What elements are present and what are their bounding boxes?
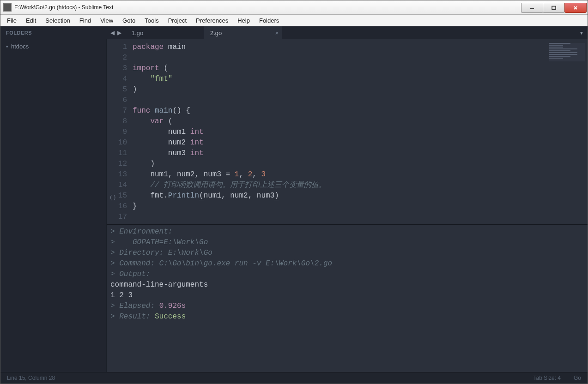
app-window: E:\Work\Go\2.go (htdocs) - Sublime Text … bbox=[0, 0, 588, 384]
output-line: > Environment: bbox=[110, 227, 584, 237]
line-number: 2 bbox=[107, 53, 127, 63]
line-number: 6 bbox=[107, 95, 127, 106]
tabs-container: 1.go2.go× bbox=[125, 26, 282, 39]
code-line: num1, num2, num3 = 1, 2, 3 bbox=[133, 169, 546, 180]
main-area: ▾ htdocs 1234567891011121314()151617 pac… bbox=[0, 39, 588, 372]
menu-project[interactable]: Project bbox=[164, 16, 191, 25]
menu-goto[interactable]: Goto bbox=[118, 16, 140, 25]
svg-rect-1 bbox=[552, 6, 556, 10]
output-line: > Elapsed: 0.926s bbox=[110, 301, 584, 312]
menu-preferences[interactable]: Preferences bbox=[191, 16, 233, 25]
sidebar: ▾ htdocs bbox=[0, 39, 107, 372]
menu-help[interactable]: Help bbox=[233, 16, 255, 25]
line-number: 8 bbox=[107, 116, 127, 127]
close-button[interactable] bbox=[564, 3, 587, 13]
folder-root-label: htdocs bbox=[11, 43, 29, 50]
minimap[interactable] bbox=[546, 39, 588, 224]
titlebar-left: E:\Work\Go\2.go (htdocs) - Sublime Text bbox=[0, 3, 113, 12]
code-line: fmt.Println(num1, num2, num3) bbox=[133, 191, 546, 201]
line-number: 7 bbox=[107, 106, 127, 116]
output-line: > GOPATH=E:\Work\Go bbox=[110, 237, 584, 248]
status-syntax[interactable]: Go bbox=[574, 375, 581, 381]
folder-root[interactable]: ▾ htdocs bbox=[0, 42, 106, 51]
window-buttons bbox=[521, 3, 587, 12]
line-number: 10 bbox=[107, 138, 127, 148]
editor-wrap: 1234567891011121314()151617 package main… bbox=[107, 39, 588, 372]
nav-back-icon[interactable]: ◀ bbox=[109, 29, 115, 37]
code-line: import ( bbox=[133, 63, 546, 74]
chevron-down-icon: ▾ bbox=[6, 44, 8, 49]
line-number: 11 bbox=[107, 148, 127, 159]
code-line: num3 int bbox=[133, 148, 546, 159]
menu-file[interactable]: File bbox=[2, 16, 21, 25]
code-line: "fmt" bbox=[133, 74, 546, 84]
code-line bbox=[133, 53, 546, 63]
output-line: > Command: C:\Go\bin\go.exe run -v E:\Wo… bbox=[110, 258, 584, 269]
maximize-icon bbox=[551, 6, 557, 10]
tab-label: 2.go bbox=[210, 30, 222, 36]
line-number: 3 bbox=[107, 63, 127, 74]
output-line: command-line-arguments bbox=[110, 280, 584, 290]
line-gutter: 1234567891011121314()151617 bbox=[107, 39, 133, 224]
tab-overflow-icon[interactable]: ▼ bbox=[579, 30, 584, 36]
sidebar-header: FOLDERS bbox=[0, 26, 107, 39]
maximize-button[interactable] bbox=[543, 3, 565, 13]
code-line bbox=[133, 95, 546, 106]
code-line: package main bbox=[133, 42, 546, 53]
tab-1-go[interactable]: 1.go bbox=[125, 26, 204, 39]
code-line: } bbox=[133, 201, 546, 212]
build-output-panel[interactable]: > Environment:> GOPATH=E:\Work\Go> Direc… bbox=[107, 224, 588, 372]
tabstrip: FOLDERS ◀ ▶ 1.go2.go× ▼ bbox=[0, 26, 588, 39]
app-icon bbox=[3, 3, 12, 12]
menu-find[interactable]: Find bbox=[75, 16, 96, 25]
window-title: E:\Work\Go\2.go (htdocs) - Sublime Text bbox=[14, 4, 113, 11]
menu-folders[interactable]: Folders bbox=[255, 16, 284, 25]
output-line: > Result: Success bbox=[110, 312, 584, 322]
line-number: 9 bbox=[107, 127, 127, 138]
line-number: 13 bbox=[107, 169, 127, 180]
tab-2-go[interactable]: 2.go× bbox=[204, 26, 282, 39]
tab-close-icon[interactable]: × bbox=[275, 30, 279, 36]
code-line: ) bbox=[133, 159, 546, 169]
output-line: 1 2 3 bbox=[110, 290, 584, 301]
minimize-icon bbox=[529, 6, 535, 10]
status-right: Tab Size: 4 Go bbox=[533, 375, 581, 381]
line-number: 12 bbox=[107, 159, 127, 169]
output-line: > Output: bbox=[110, 269, 584, 280]
code-line: var ( bbox=[133, 116, 546, 127]
titlebar: E:\Work\Go\2.go (htdocs) - Sublime Text bbox=[0, 0, 588, 15]
code-line: // 打印函数调用语句。用于打印上述三个变量的值。 bbox=[133, 180, 546, 191]
code-editor[interactable]: 1234567891011121314()151617 package main… bbox=[107, 39, 588, 224]
close-icon bbox=[573, 6, 578, 10]
menu-view[interactable]: View bbox=[96, 16, 118, 25]
nav-forward-icon[interactable]: ▶ bbox=[116, 29, 122, 37]
statusbar: Line 15, Column 28 Tab Size: 4 Go bbox=[0, 372, 588, 384]
line-number: 17 bbox=[107, 212, 127, 222]
menu-selection[interactable]: Selection bbox=[41, 16, 74, 25]
line-number: 4 bbox=[107, 74, 127, 84]
code-line: func main() { bbox=[133, 106, 546, 116]
code-line bbox=[133, 212, 546, 222]
output-line: > Directory: E:\Work\Go bbox=[110, 248, 584, 258]
code-area[interactable]: package main import ( "fmt") func main()… bbox=[133, 39, 546, 224]
minimap-thumb bbox=[549, 43, 585, 61]
code-line: num1 int bbox=[133, 127, 546, 138]
status-cursor-position[interactable]: Line 15, Column 28 bbox=[7, 375, 55, 381]
menu-edit[interactable]: Edit bbox=[21, 16, 41, 25]
menubar: FileEditSelectionFindViewGotoToolsProjec… bbox=[0, 15, 588, 26]
code-line: ) bbox=[133, 84, 546, 95]
tab-label: 1.go bbox=[132, 30, 143, 36]
code-line: num2 int bbox=[133, 138, 546, 148]
minimize-button[interactable] bbox=[521, 3, 543, 13]
status-tab-size[interactable]: Tab Size: 4 bbox=[533, 375, 561, 381]
tab-history-nav: ◀ ▶ bbox=[107, 26, 125, 39]
line-number: 5 bbox=[107, 84, 127, 95]
line-number: 14 bbox=[107, 180, 127, 191]
menu-tools[interactable]: Tools bbox=[140, 16, 163, 25]
gutter-bracket-mark: () bbox=[109, 192, 116, 203]
line-number: 1 bbox=[107, 42, 127, 53]
